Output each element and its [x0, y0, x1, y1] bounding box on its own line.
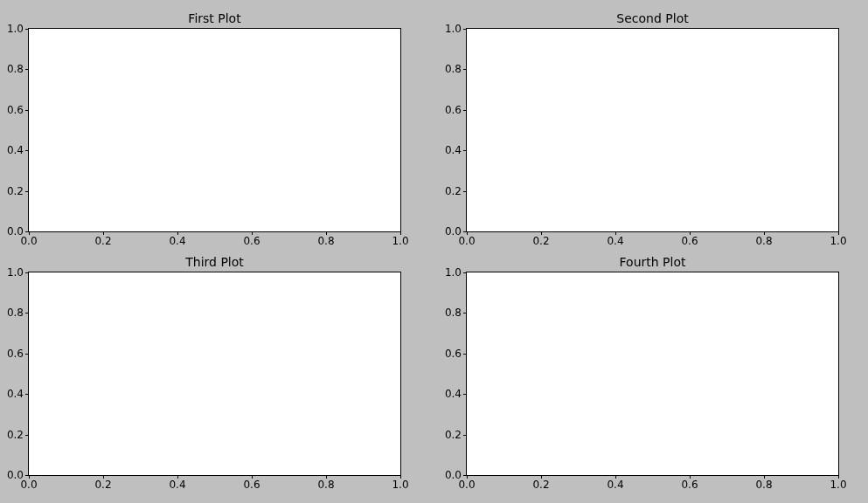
xtick-label: 0.2 — [94, 235, 111, 247]
plot-title: Third Plot — [185, 255, 244, 269]
xtick-label: 0.0 — [458, 235, 475, 247]
xtick-label: 0.0 — [458, 479, 475, 491]
xtick-label: 0.0 — [20, 235, 37, 247]
xtick-label: 0.8 — [317, 479, 334, 491]
ytick-label: 0.2 — [445, 429, 462, 441]
xtick-label: 0.2 — [532, 479, 549, 491]
plot-title: Fourth Plot — [620, 255, 686, 269]
ytick-label: 0.6 — [445, 348, 462, 360]
ytick-label: 0.6 — [445, 104, 462, 116]
ytick-label: 0.4 — [7, 388, 24, 400]
ytick-label: 1.0 — [7, 266, 24, 279]
xtick-label: 0.0 — [20, 479, 37, 491]
ytick-label: 1.0 — [445, 23, 462, 35]
xtick-label: 1.0 — [830, 235, 846, 247]
plot-title: First Plot — [188, 11, 240, 25]
subplot-third: Third Plot 0.0 0.2 0.4 0.6 0.8 1.0 0.0 0… — [28, 272, 401, 476]
subplot-second: Second Plot 0.0 0.2 0.4 0.6 0.8 1.0 0.0 … — [466, 28, 839, 232]
xtick-label: 0.8 — [755, 479, 772, 491]
xtick-label: 0.4 — [169, 479, 185, 491]
ytick-label: 0.8 — [7, 307, 24, 319]
subplot-first: First Plot 0.0 0.2 0.4 0.6 0.8 1.0 0.0 0… — [28, 28, 401, 232]
ytick-label: 0.2 — [7, 185, 24, 197]
ytick-label: 0.4 — [445, 144, 462, 156]
xtick-label: 0.6 — [243, 479, 260, 491]
ytick-label: 0.4 — [7, 144, 24, 156]
ytick-label: 0.8 — [445, 63, 462, 75]
xtick-label: 0.2 — [532, 235, 549, 247]
xtick-label: 0.4 — [169, 235, 185, 247]
xtick-label: 0.6 — [681, 479, 698, 491]
xtick-label: 0.4 — [607, 479, 623, 491]
xtick-label: 1.0 — [392, 235, 408, 247]
xtick-label: 0.6 — [681, 235, 698, 247]
ytick-label: 0.6 — [7, 104, 24, 116]
xtick-label: 0.2 — [94, 479, 111, 491]
xtick-label: 0.8 — [317, 235, 334, 247]
ytick-label: 0.2 — [7, 429, 24, 441]
ytick-label: 0.6 — [7, 348, 24, 360]
ytick-label: 0.4 — [445, 388, 462, 400]
ytick-label: 0.8 — [445, 307, 462, 319]
plot-area: First Plot 0.0 0.2 0.4 0.6 0.8 1.0 0.0 0… — [28, 28, 401, 232]
plot-area: Third Plot 0.0 0.2 0.4 0.6 0.8 1.0 0.0 0… — [28, 272, 401, 476]
ytick-label: 0.8 — [7, 63, 24, 75]
xtick-label: 1.0 — [830, 479, 846, 491]
subplot-fourth: Fourth Plot 0.0 0.2 0.4 0.6 0.8 1.0 0.0 … — [466, 272, 839, 476]
plot-title: Second Plot — [616, 11, 688, 25]
ytick-label: 1.0 — [445, 266, 462, 279]
figure: First Plot 0.0 0.2 0.4 0.6 0.8 1.0 0.0 0… — [0, 0, 868, 503]
plot-area: Fourth Plot 0.0 0.2 0.4 0.6 0.8 1.0 0.0 … — [466, 272, 839, 476]
ytick-label: 0.2 — [445, 185, 462, 197]
xtick-label: 0.8 — [755, 235, 772, 247]
ytick-label: 1.0 — [7, 23, 24, 35]
xtick-label: 0.6 — [243, 235, 260, 247]
plot-area: Second Plot 0.0 0.2 0.4 0.6 0.8 1.0 0.0 … — [466, 28, 839, 232]
xtick-label: 1.0 — [392, 479, 408, 491]
